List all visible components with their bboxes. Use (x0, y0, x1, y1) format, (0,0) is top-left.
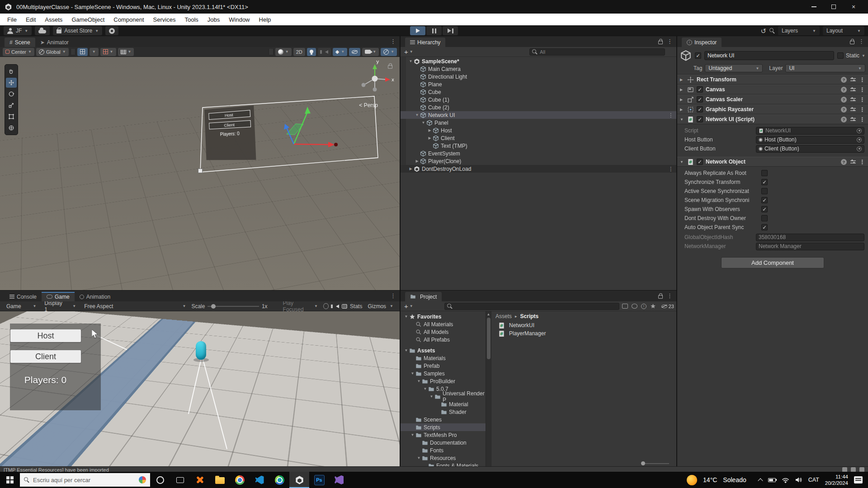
hierarchy-row-network-ui[interactable]: ▼Network UI⋮ (401, 111, 676, 119)
help-icon[interactable]: ? (841, 87, 847, 93)
menu-component[interactable]: Component (109, 14, 148, 25)
object-picker-icon[interactable] (857, 137, 862, 142)
component-network-object[interactable]: ▼ Network Object ?⋮ (677, 157, 868, 167)
hierarchy-menu-icon[interactable]: ⋮ (667, 38, 673, 44)
project-tree-scripts[interactable]: Scripts (401, 423, 486, 431)
scene-panel-menu-icon[interactable]: ⋮ (390, 38, 396, 44)
expand-arrow-icon[interactable]: ▼ (416, 456, 422, 460)
help-icon[interactable]: ? (841, 107, 847, 113)
project-tree-universal-render-p[interactable]: ▼Universal Render P (401, 393, 486, 400)
game-display-mode-dropdown[interactable]: Game▼ (4, 302, 39, 310)
expand-arrow-icon[interactable]: ▶ (414, 159, 420, 163)
snap-increment-button[interactable]: ▼ (118, 48, 134, 56)
favorites-filter-icon[interactable] (650, 303, 656, 309)
expand-arrow-icon[interactable]: ▶ (427, 128, 433, 132)
project-tree-textmesh-pro[interactable]: ▼TextMesh Pro (401, 431, 486, 439)
menu-assets[interactable]: Assets (40, 14, 67, 25)
tab-hierarchy[interactable]: Hierarchy (405, 38, 445, 47)
tab-animator[interactable]: ➤Animator (35, 38, 74, 47)
static-dropdown-icon[interactable]: ▼ (862, 54, 865, 58)
static-checkbox[interactable] (837, 52, 844, 59)
project-tree-material[interactable]: Material (401, 400, 486, 408)
game-client-button[interactable]: Client (10, 350, 81, 363)
language-indicator[interactable]: CAT (808, 477, 819, 483)
tab-project[interactable]: Project (405, 292, 442, 301)
hierarchy-row-cube-1[interactable]: Cube (1) (401, 96, 676, 103)
weather-temp[interactable]: 14°C (703, 476, 717, 483)
audio-toggle[interactable] (318, 48, 331, 56)
component-menu-icon[interactable]: ⋮ (859, 77, 865, 83)
taskbar-photoshop[interactable]: Ps (309, 472, 329, 488)
network-ui-enabled-checkbox[interactable] (697, 116, 703, 122)
pause-button[interactable] (426, 26, 442, 35)
tab-game[interactable]: Game (42, 292, 75, 301)
project-tree-favorites[interactable]: ▼Favorites (401, 313, 486, 320)
component-menu-icon[interactable]: ⋮ (859, 97, 865, 103)
hierarchy-row-plane[interactable]: Plane (401, 80, 676, 88)
toggle-checkbox[interactable] (761, 179, 768, 185)
rotate-tool[interactable] (6, 89, 17, 99)
transform-tool[interactable] (6, 123, 17, 133)
hierarchy-row-host[interactable]: ▶Host (401, 127, 676, 134)
hierarchy-row-samplescene[interactable]: ▼SampleScene* (401, 57, 676, 65)
orientation-dropdown[interactable]: Global▼ (36, 48, 69, 56)
expand-arrow-icon[interactable]: ▼ (410, 371, 415, 375)
presets-icon[interactable] (850, 87, 856, 92)
undo-history-icon[interactable]: ↺ (760, 28, 766, 34)
wifi-icon[interactable] (782, 477, 789, 483)
hierarchy-search-input[interactable] (540, 49, 662, 55)
menu-window[interactable]: Window (224, 14, 254, 25)
menu-help[interactable]: Help (255, 14, 276, 25)
maximize-button[interactable] (824, 0, 844, 14)
presets-icon[interactable] (850, 159, 856, 164)
host-button-object-field[interactable]: Host (Button) (756, 136, 864, 144)
toggle-checkbox[interactable] (761, 224, 768, 230)
presets-icon[interactable] (850, 97, 856, 102)
display-target-dropdown[interactable]: Display 1▼ (42, 302, 79, 310)
breadcrumb-root[interactable]: Assets (495, 313, 512, 319)
taskbar-chrome[interactable] (230, 472, 250, 488)
camera-dropdown[interactable]: ▼ (362, 48, 379, 56)
expand-arrow-icon[interactable]: ▶ (408, 167, 414, 171)
component-graphic-raycaster[interactable]: ▶ Graphic Raycaster ?⋮ (677, 104, 868, 114)
hierarchy-row-eventsystem[interactable]: EventSystem (401, 150, 676, 157)
project-tree-scenes[interactable]: Scenes (401, 416, 486, 423)
gizmo-lock-icon[interactable] (388, 65, 392, 69)
help-icon[interactable]: ? (841, 97, 847, 103)
project-tree-assets[interactable]: ▼Assets (401, 347, 486, 354)
expand-arrow-icon[interactable]: ▼ (422, 387, 428, 391)
grid-snap-options[interactable]: ▼ (90, 48, 99, 56)
2d-toggle[interactable]: 2D (293, 48, 305, 56)
hierarchy-row-text-tmp[interactable]: Text (TMP) (401, 142, 676, 150)
toggle-checkbox[interactable] (761, 197, 768, 203)
status-icon-1[interactable] (842, 467, 847, 472)
menu-gameobject[interactable]: GameObject (67, 14, 109, 25)
expand-arrow-icon[interactable]: ▼ (408, 59, 414, 63)
graphic-raycaster-enabled-checkbox[interactable] (697, 106, 703, 113)
account-dropdown[interactable]: JF▼ (4, 26, 32, 35)
project-search-input[interactable] (455, 304, 617, 309)
hierarchy-create-button[interactable]: +▼ (403, 48, 415, 56)
project-search[interactable] (444, 303, 619, 310)
hidden-objects-toggle[interactable] (349, 48, 360, 56)
script-object-field[interactable]: NetworkUI (756, 127, 864, 135)
project-tree-all-models[interactable]: All Models (401, 328, 486, 336)
taskbar-visual-studio[interactable] (329, 472, 349, 488)
game-host-button[interactable]: Host (10, 329, 81, 342)
services-button[interactable] (105, 26, 118, 35)
hierarchy-row-cube[interactable]: Cube (401, 88, 676, 96)
cloud-button[interactable] (35, 26, 50, 35)
expand-arrow-icon[interactable]: ▼ (403, 348, 409, 352)
hierarchy-row-panel[interactable]: ▼Panel (401, 119, 676, 127)
status-icon-2[interactable] (851, 467, 856, 472)
gameobject-name-field[interactable]: Network UI (704, 51, 834, 60)
global-search-icon[interactable] (769, 28, 775, 33)
taskbar-vscode[interactable] (250, 472, 269, 488)
hand-tool[interactable] (6, 66, 17, 76)
task-view-button[interactable] (170, 472, 190, 488)
layer-dropdown[interactable]: UI▼ (785, 64, 865, 72)
play-focused-dropdown[interactable]: Play Focused▼ (280, 302, 321, 310)
project-tree-probuilder[interactable]: ▼ProBuilder (401, 377, 486, 385)
menu-edit[interactable]: Edit (21, 14, 40, 25)
project-lock-icon[interactable] (658, 295, 663, 299)
